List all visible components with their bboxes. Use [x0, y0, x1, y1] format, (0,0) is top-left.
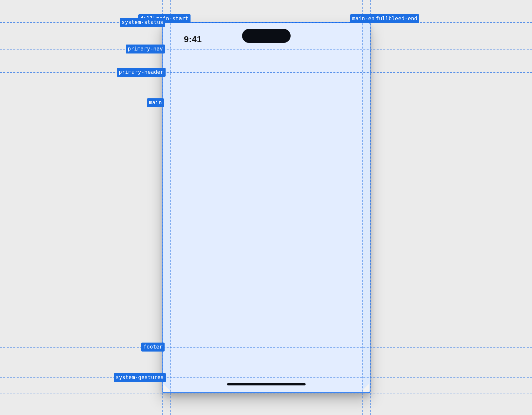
status-bar-time: 9:41 [184, 34, 202, 45]
hguide-label-system-status: system-status [120, 18, 165, 27]
hguide-label-main: main [147, 98, 164, 107]
corner-notch-br [361, 384, 369, 392]
vguide-fullbleed-end [370, 0, 371, 415]
hguide-label-primary-header: primary-header [117, 68, 166, 77]
corner-notch-bl [163, 384, 171, 392]
hguide-label-system-gestures: system-gestures [114, 373, 166, 382]
hguide-label-primary-nav: primary-nav [126, 45, 165, 53]
hguide-label-footer: footer [141, 343, 165, 352]
vguide-label-fullbleed-end: fullbleed-end [374, 14, 419, 23]
home-indicator [227, 383, 306, 385]
phone-frame: 9:41 [162, 22, 370, 393]
content-area [170, 23, 362, 392]
dynamic-island [242, 29, 291, 43]
diagram-stage: 9:41 fullbleed-startmain-startmain-endfu… [0, 0, 532, 415]
